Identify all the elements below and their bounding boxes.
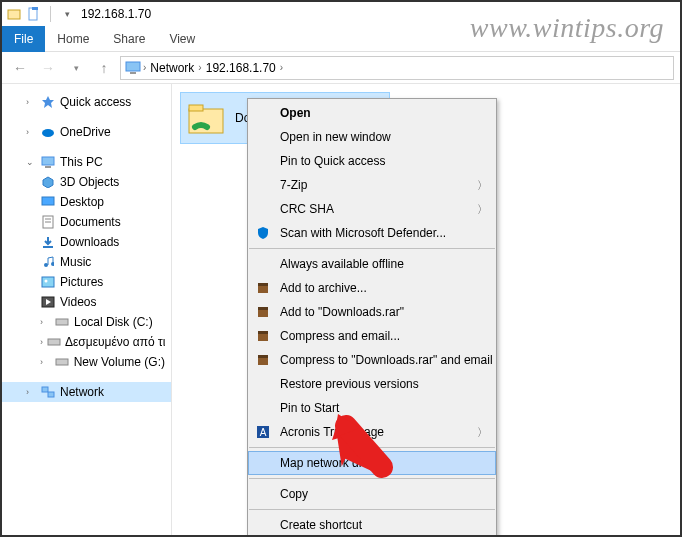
- breadcrumb-network[interactable]: Network: [148, 61, 196, 75]
- svg-rect-23: [56, 359, 68, 365]
- svg-rect-35: [258, 333, 268, 341]
- chevron-right-icon: 〉: [477, 178, 488, 193]
- winrar-icon: [254, 279, 272, 297]
- ctx-map-network-drive[interactable]: Map network drive...: [248, 451, 496, 475]
- svg-rect-0: [8, 10, 20, 19]
- nav-up[interactable]: ↑: [92, 56, 116, 80]
- ctx-add-archive[interactable]: Add to archive...: [248, 276, 496, 300]
- sidebar-item-quick-access[interactable]: › Quick access: [2, 92, 171, 112]
- chevron-right-icon: ›: [26, 127, 36, 137]
- ctx-acronis[interactable]: AAcronis True Image〉: [248, 420, 496, 444]
- videos-icon: [40, 294, 56, 310]
- monitor-icon: [125, 61, 141, 75]
- sidebar-item-videos[interactable]: Videos: [2, 292, 171, 312]
- sidebar-item-downloads[interactable]: Downloads: [2, 232, 171, 252]
- tab-home[interactable]: Home: [45, 26, 101, 52]
- ctx-crc-sha[interactable]: CRC SHA〉: [248, 197, 496, 221]
- svg-rect-21: [56, 319, 68, 325]
- context-menu: Open Open in new window Pin to Quick acc…: [247, 98, 497, 537]
- winrar-icon: [254, 303, 272, 321]
- sidebar-item-local-disk[interactable]: › Local Disk (C:): [2, 312, 171, 332]
- drive-icon: [54, 314, 70, 330]
- nav-recent-dropdown[interactable]: ▾: [64, 56, 88, 80]
- properties-icon[interactable]: [26, 6, 42, 22]
- ctx-create-shortcut[interactable]: Create shortcut: [248, 513, 496, 537]
- ctx-separator: [249, 447, 495, 448]
- svg-rect-17: [42, 277, 54, 287]
- chevron-right-icon: ›: [26, 97, 36, 107]
- ctx-compress-rar-email[interactable]: Compress to "Downloads.rar" and email: [248, 348, 496, 372]
- ctx-add-rar[interactable]: Add to "Downloads.rar": [248, 300, 496, 324]
- sidebar-item-music[interactable]: Music: [2, 252, 171, 272]
- qat-divider: [50, 6, 51, 22]
- sidebar-item-documents[interactable]: Documents: [2, 212, 171, 232]
- svg-rect-38: [258, 355, 268, 358]
- chevron-right-icon: ›: [40, 337, 43, 347]
- sidebar-label: Network: [60, 385, 104, 399]
- nav-back[interactable]: ←: [8, 56, 32, 80]
- svg-rect-25: [48, 392, 54, 397]
- ctx-pin-start[interactable]: Pin to Start: [248, 396, 496, 420]
- drive-icon: [47, 334, 61, 350]
- window-title: 192.168.1.70: [81, 7, 151, 21]
- ctx-open[interactable]: Open: [248, 101, 496, 125]
- chevron-right-icon: ›: [40, 357, 50, 367]
- sidebar-label: Music: [60, 255, 91, 269]
- sidebar-label: This PC: [60, 155, 103, 169]
- sidebar-item-reserved[interactable]: › Δεσμευμένο από τι: [2, 332, 171, 352]
- ribbon: File Home Share View: [2, 26, 680, 52]
- star-icon: [40, 94, 56, 110]
- chevron-right-icon: ›: [198, 62, 201, 73]
- svg-point-15: [44, 263, 48, 267]
- nav-forward[interactable]: →: [36, 56, 60, 80]
- ctx-open-new-window[interactable]: Open in new window: [248, 125, 496, 149]
- ctx-compress-email[interactable]: Compress and email...: [248, 324, 496, 348]
- ctx-copy[interactable]: Copy: [248, 482, 496, 506]
- acronis-icon: A: [254, 423, 272, 441]
- tab-share[interactable]: Share: [101, 26, 157, 52]
- sidebar-item-3d-objects[interactable]: 3D Objects: [2, 172, 171, 192]
- explorer-icon: [6, 6, 22, 22]
- qat-dropdown-icon[interactable]: ▾: [59, 6, 75, 22]
- chevron-down-icon: ⌄: [26, 157, 36, 167]
- desktop-icon: [40, 194, 56, 210]
- sidebar-label: OneDrive: [60, 125, 111, 139]
- network-icon: [40, 384, 56, 400]
- ctx-7zip[interactable]: 7-Zip〉: [248, 173, 496, 197]
- tab-view[interactable]: View: [157, 26, 207, 52]
- svg-rect-4: [130, 72, 136, 74]
- cloud-icon: [40, 124, 56, 140]
- tab-file[interactable]: File: [2, 26, 45, 52]
- sidebar-item-new-volume[interactable]: › New Volume (G:): [2, 352, 171, 372]
- ctx-restore-versions[interactable]: Restore previous versions: [248, 372, 496, 396]
- sidebar-item-desktop[interactable]: Desktop: [2, 192, 171, 212]
- ctx-separator: [249, 509, 495, 510]
- svg-rect-14: [43, 246, 53, 248]
- svg-rect-2: [32, 7, 38, 10]
- svg-point-16: [51, 262, 54, 266]
- breadcrumb-host[interactable]: 192.168.1.70: [204, 61, 278, 75]
- svg-marker-9: [43, 177, 53, 188]
- titlebar: ▾ 192.168.1.70: [2, 2, 680, 26]
- sidebar-label: Documents: [60, 215, 121, 229]
- ctx-pin-quick-access[interactable]: Pin to Quick access: [248, 149, 496, 173]
- sidebar-item-pictures[interactable]: Pictures: [2, 272, 171, 292]
- shared-folder-icon: [185, 97, 227, 139]
- cube-icon: [40, 174, 56, 190]
- winrar-icon: [254, 351, 272, 369]
- sidebar-item-this-pc[interactable]: ⌄ This PC: [2, 152, 171, 172]
- sidebar-label: New Volume (G:): [74, 355, 165, 369]
- sidebar-label: Downloads: [60, 235, 119, 249]
- sidebar-label: Videos: [60, 295, 96, 309]
- ctx-defender-scan[interactable]: Scan with Microsoft Defender...: [248, 221, 496, 245]
- sidebar-item-network[interactable]: › Network: [2, 382, 171, 402]
- sidebar: › Quick access › OneDrive ⌄ This PC 3D O…: [2, 84, 172, 535]
- ctx-separator: [249, 478, 495, 479]
- address-box[interactable]: › Network › 192.168.1.70 ›: [120, 56, 674, 80]
- svg-rect-33: [258, 309, 268, 317]
- svg-rect-10: [42, 197, 54, 205]
- chevron-right-icon: ›: [280, 62, 283, 73]
- ctx-always-offline[interactable]: Always available offline: [248, 252, 496, 276]
- sidebar-item-onedrive[interactable]: › OneDrive: [2, 122, 171, 142]
- winrar-icon: [254, 327, 272, 345]
